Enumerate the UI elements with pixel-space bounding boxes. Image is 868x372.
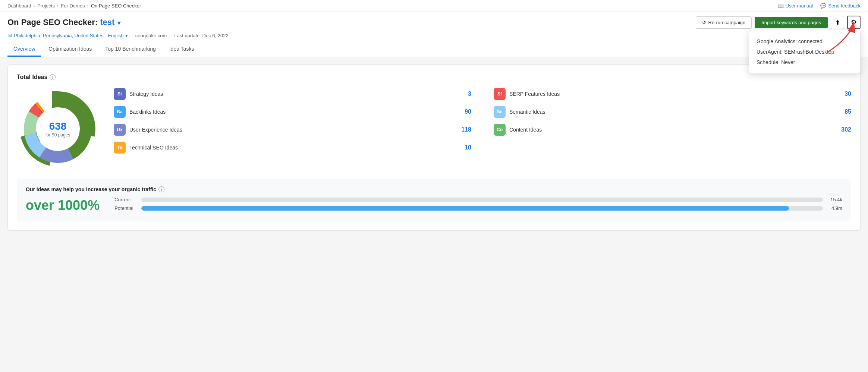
- breadcrumb-sep3: ›: [87, 3, 89, 9]
- traffic-bars: Current 15.4k Potential 4.9m: [114, 197, 842, 214]
- bar-potential-fill: [141, 206, 789, 211]
- info-icon[interactable]: i: [50, 74, 56, 80]
- idea-row-semantic: Se Semantic Ideas 85: [494, 106, 851, 118]
- semantic-badge: Se: [494, 106, 506, 118]
- idea-row-content: Co Content Ideas 302: [494, 124, 851, 136]
- traffic-info-icon[interactable]: i: [158, 186, 164, 192]
- backlinks-label: Backlinks Ideas: [129, 109, 453, 115]
- user-manual-label: User manual: [786, 3, 813, 9]
- tab-overview[interactable]: Overview: [7, 42, 41, 57]
- idea-row-technical: Te Technical SEO Ideas 10: [114, 142, 471, 154]
- top-bar-right: 📖 User manual 💬 Send feedback: [778, 3, 861, 9]
- breadcrumb-sep2: ›: [57, 3, 59, 9]
- traffic-title: Our ideas may help you increase your org…: [26, 186, 842, 192]
- idea-row-backlinks: Ba Backlinks Ideas 90: [114, 106, 471, 118]
- idea-row-serp: Sf SERP Features Ideas 30: [494, 88, 851, 100]
- rerun-button[interactable]: ↺ Re-run campaign: [696, 16, 752, 29]
- import-label: Import keywords and pages: [761, 20, 821, 25]
- tab-top10[interactable]: Top 10 Benchmarking: [99, 42, 161, 57]
- card-title: Total Ideas i: [17, 74, 851, 81]
- serp-badge: Sf: [494, 88, 506, 100]
- idea-row-ux: Ux User Experience Ideas 118: [114, 124, 471, 136]
- strategy-badge: St: [114, 88, 126, 100]
- page-title: On Page SEO Checker: test ▾: [7, 18, 120, 27]
- idea-row-strategy: St Strategy Ideas 3: [114, 88, 471, 100]
- traffic-title-text: Our ideas may help you increase your org…: [26, 186, 156, 192]
- content-badge: Co: [494, 124, 506, 136]
- tab-idea-tasks[interactable]: Idea Tasks: [163, 42, 200, 57]
- donut-center-text: 638 for 90 pages: [45, 121, 70, 138]
- serp-count[interactable]: 30: [836, 91, 851, 97]
- tab-optimization-ideas[interactable]: Optimization Ideas: [43, 42, 98, 57]
- location-link[interactable]: 🖥 Philadelphia, Pennsylvania, United Sta…: [7, 33, 128, 38]
- technical-badge: Te: [114, 142, 126, 154]
- breadcrumb-projects[interactable]: Projects: [37, 3, 55, 9]
- total-ideas-card: Total Ideas i: [7, 64, 861, 231]
- breadcrumb-current: On Page SEO Checker: [91, 3, 141, 9]
- donut-chart: 638 for 90 pages: [17, 88, 99, 170]
- bar-potential-label: Potential: [114, 205, 137, 211]
- semantic-count[interactable]: 85: [836, 108, 851, 115]
- empty-cell: [494, 142, 851, 154]
- breadcrumb-dashboard[interactable]: Dashboard: [7, 3, 31, 9]
- technical-count[interactable]: 10: [456, 144, 471, 151]
- card-title-text: Total Ideas: [17, 74, 47, 81]
- header-row1: On Page SEO Checker: test ▾ ↺ Re-run cam…: [7, 16, 861, 33]
- popup-analytics: Google Analytics: connected: [757, 36, 853, 47]
- user-manual-link[interactable]: 📖 User manual: [778, 3, 813, 9]
- bar-current-value: 15.4k: [827, 197, 842, 202]
- upload-icon: ⬆: [835, 19, 840, 26]
- bar-current-label: Current: [114, 197, 137, 202]
- ux-badge: Ux: [114, 124, 126, 136]
- last-update-label: Last update: Dec 6, 2022: [174, 33, 228, 38]
- header-row2: 🖥 Philadelphia, Pennsylvania, United Sta…: [7, 33, 861, 42]
- content-label: Content Ideas: [509, 127, 833, 133]
- bar-current-track: [141, 198, 823, 202]
- header: On Page SEO Checker: test ▾ ↺ Re-run cam…: [0, 12, 868, 57]
- feedback-icon: 💬: [820, 3, 826, 9]
- settings-popup: Google Analytics: connected UserAgent: S…: [749, 30, 861, 74]
- strategy-label: Strategy Ideas: [129, 91, 453, 97]
- book-icon: 📖: [778, 3, 784, 9]
- strategy-count[interactable]: 3: [456, 91, 471, 97]
- send-feedback-link[interactable]: 💬 Send feedback: [820, 3, 861, 9]
- serp-label: SERP Features Ideas: [509, 91, 833, 97]
- upload-button[interactable]: ⬆: [831, 16, 844, 29]
- semantic-label: Semantic Ideas: [509, 109, 833, 115]
- rerun-label: Re-run campaign: [708, 20, 746, 25]
- content-count[interactable]: 302: [836, 126, 851, 133]
- tab-bar: Overview Optimization Ideas Top 10 Bench…: [7, 42, 861, 57]
- popup-useragent: UserAgent: SEMrushBot-Desktop: [757, 47, 853, 57]
- monitor-icon: 🖥: [7, 33, 12, 38]
- page-title-static: On Page SEO Checker:: [7, 18, 98, 27]
- ideas-grid: St Strategy Ideas 3 Sf SERP Features Ide…: [114, 88, 851, 154]
- breadcrumb-fordemos[interactable]: For Demos: [61, 3, 85, 9]
- gear-icon: ⚙: [851, 18, 857, 26]
- page-title-highlight: test: [100, 18, 114, 27]
- domain-label: seoquake.com: [135, 33, 167, 38]
- location-label: Philadelphia, Pennsylvania, United State…: [14, 33, 124, 38]
- title-chevron-icon[interactable]: ▾: [117, 20, 120, 26]
- send-feedback-label: Send feedback: [828, 3, 861, 9]
- main-content: Total Ideas i: [0, 57, 868, 238]
- backlinks-badge: Ba: [114, 106, 126, 118]
- location-chevron-icon: ▾: [125, 33, 128, 38]
- breadcrumb-sep1: ›: [34, 3, 35, 9]
- technical-label: Technical SEO Ideas: [129, 145, 453, 151]
- ideas-layout: 638 for 90 pages St Strategy Ideas 3 Sf …: [17, 88, 851, 170]
- donut-number: 638: [45, 121, 70, 132]
- refresh-icon: ↺: [702, 20, 706, 25]
- bar-current-fill: [141, 198, 162, 202]
- import-button[interactable]: Import keywords and pages: [755, 17, 828, 28]
- backlinks-count[interactable]: 90: [456, 108, 471, 115]
- bar-potential-track: [141, 206, 823, 211]
- popup-schedule: Schedule: Never: [757, 57, 853, 67]
- settings-button[interactable]: ⚙: [847, 16, 861, 29]
- ux-count[interactable]: 118: [456, 126, 471, 133]
- header-actions: ↺ Re-run campaign Import keywords and pa…: [696, 16, 861, 29]
- bar-row-potential: Potential 4.9m: [114, 205, 842, 211]
- traffic-content: over 1000% Current 15.4k Potential: [26, 197, 842, 214]
- bar-potential-value: 4.9m: [827, 205, 842, 211]
- traffic-section: Our ideas may help you increase your org…: [17, 179, 851, 221]
- donut-sub: for 90 pages: [45, 132, 70, 137]
